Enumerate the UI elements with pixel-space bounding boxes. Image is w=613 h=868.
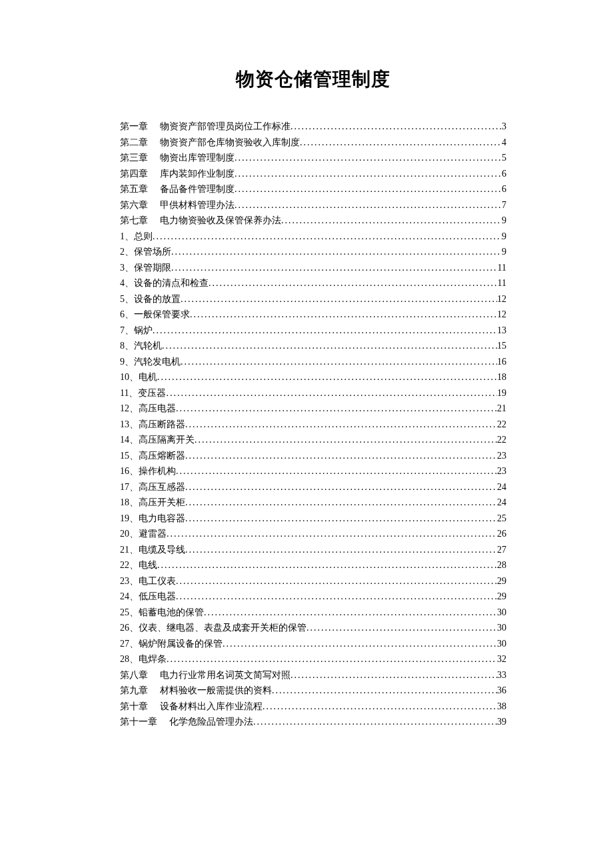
toc-leader-dots: [300, 138, 502, 147]
toc-entry-page: 18: [497, 373, 506, 382]
toc-entry-text: 材料验收一般需提供的资料: [160, 686, 272, 695]
toc-entry-label: 3、: [120, 263, 134, 273]
toc-leader-dots: [185, 545, 497, 555]
toc-entry: 10、电机18: [120, 373, 506, 382]
toc-entry-label: 第四章: [120, 169, 148, 179]
toc-entry-label: 10、: [120, 373, 139, 382]
toc-entry-page: 22: [497, 435, 506, 445]
toc-entry-label: 20、: [120, 529, 139, 539]
toc-entry: 第二章物资资产部仓库物资验收入库制度4: [120, 138, 506, 147]
toc-entry-page: 19: [497, 389, 506, 398]
toc-entry-page: 16: [497, 357, 506, 367]
toc-entry-page: 7: [502, 201, 506, 210]
toc-entry-label: 27、: [120, 639, 139, 649]
toc-entry-text: 高压电器: [139, 404, 176, 413]
toc-entry: 22、电线28: [120, 561, 506, 570]
toc-entry-text: 电机: [139, 373, 157, 382]
toc-entry: 11、变压器19: [120, 389, 506, 398]
toc-entry-label: 9、: [120, 357, 134, 367]
toc-entry-label: 第八章: [120, 671, 148, 680]
toc-entry-text: 物资出库管理制度: [160, 153, 235, 163]
toc-entry-text: 高压互感器: [139, 483, 185, 492]
toc-leader-dots: [235, 153, 502, 163]
toc-leader-dots: [176, 467, 497, 476]
toc-entry-page: 15: [497, 341, 506, 351]
toc-leader-dots: [185, 498, 497, 507]
toc-entry: 15、高压熔断器23: [120, 451, 506, 461]
toc-entry-text: 操作机构: [139, 467, 176, 476]
toc-entry-page: 24: [497, 498, 506, 507]
toc-entry: 12、高压电器21: [120, 404, 506, 413]
toc-entry: 3、保管期限11: [120, 263, 506, 273]
toc-entry-text: 设备的放置: [134, 295, 181, 304]
toc-entry: 第十一章化学危险品管理办法39: [120, 717, 506, 727]
toc-entry-page: 30: [497, 623, 506, 633]
toc-entry-label: 第七章: [120, 216, 148, 225]
toc-leader-dots: [185, 483, 497, 492]
toc-leader-dots: [223, 639, 497, 649]
toc-entry-page: 25: [497, 514, 506, 523]
toc-entry-page: 5: [502, 153, 506, 163]
toc-leader-dots: [209, 279, 498, 288]
toc-entry-page: 23: [497, 467, 506, 476]
toc-entry: 第一章物资资产部管理员岗位工作标准3: [120, 122, 506, 131]
toc-entry: 4、设备的清点和检查11: [120, 279, 506, 288]
toc-entry-label: 18、: [120, 498, 139, 507]
toc-entry-text: 低压电器: [139, 592, 176, 601]
toc-entry-text: 电焊条: [139, 655, 167, 664]
table-of-contents: 第一章物资资产部管理员岗位工作标准3第二章物资资产部仓库物资验收入库制度4第三章…: [120, 122, 506, 727]
toc-entry-page: 29: [497, 592, 506, 601]
toc-entry-page: 4: [502, 138, 506, 147]
toc-entry-page: 38: [497, 702, 506, 711]
toc-entry-label: 19、: [120, 514, 139, 523]
toc-entry-text: 设备的清点和检查: [134, 279, 209, 288]
toc-entry-label: 16、: [120, 467, 139, 476]
toc-leader-dots: [171, 247, 502, 257]
toc-entry-text: 锅炉附属设备的保管: [139, 639, 223, 649]
toc-entry-label: 23、: [120, 577, 139, 586]
toc-entry-label: 1、: [120, 232, 134, 241]
toc-leader-dots: [157, 561, 497, 570]
toc-entry-text: 锅炉: [134, 326, 153, 335]
toc-entry-label: 第十章: [120, 702, 148, 711]
toc-entry: 9、汽轮发电机16: [120, 357, 506, 367]
toc-entry-page: 27: [497, 545, 506, 555]
toc-entry-text: 设备材料出入库作业流程: [160, 702, 263, 711]
toc-entry: 19、电力电容器25: [120, 514, 506, 523]
toc-entry-page: 30: [497, 639, 506, 649]
toc-entry: 21、电缆及导线27: [120, 545, 506, 555]
toc-leader-dots: [235, 169, 502, 179]
toc-entry-page: 9: [502, 247, 506, 257]
toc-entry: 第六章甲供材料管理办法7: [120, 201, 506, 210]
toc-leader-dots: [167, 529, 497, 539]
toc-entry-page: 9: [502, 232, 506, 241]
toc-entry-label: 第五章: [120, 185, 148, 194]
toc-entry-page: 24: [497, 483, 506, 492]
toc-leader-dots: [185, 451, 497, 461]
toc-entry-text: 避雷器: [139, 529, 167, 539]
toc-entry-text: 变压器: [138, 389, 166, 398]
toc-entry-page: 6: [502, 169, 506, 179]
toc-entry-page: 36: [497, 686, 506, 695]
toc-leader-dots: [185, 420, 497, 429]
toc-leader-dots: [166, 389, 497, 398]
toc-entry-label: 14、: [120, 435, 139, 445]
toc-entry-text: 汽轮发电机: [134, 357, 181, 367]
toc-entry-text: 保管场所: [134, 247, 171, 257]
toc-entry-label: 12、: [120, 404, 139, 413]
toc-entry-text: 高压熔断器: [139, 451, 185, 461]
toc-entry-page: 6: [502, 185, 506, 194]
toc-entry: 8、汽轮机15: [120, 341, 506, 351]
toc-entry-page: 23: [497, 451, 506, 461]
document-title: 物资仓储管理制度: [120, 67, 506, 92]
toc-entry: 23、电工仪表29: [120, 577, 506, 586]
toc-entry-label: 13、: [120, 420, 139, 429]
toc-entry: 14、高压隔离开关22: [120, 435, 506, 445]
toc-leader-dots: [157, 373, 497, 382]
toc-leader-dots: [176, 592, 497, 601]
document-page: 物资仓储管理制度 第一章物资资产部管理员岗位工作标准3第二章物资资产部仓库物资验…: [0, 0, 613, 787]
toc-leader-dots: [162, 341, 497, 351]
toc-entry: 25、铅蓄电池的保管30: [120, 608, 506, 617]
toc-leader-dots: [181, 295, 497, 304]
toc-entry-text: 物资资产部管理员岗位工作标准: [160, 122, 291, 131]
